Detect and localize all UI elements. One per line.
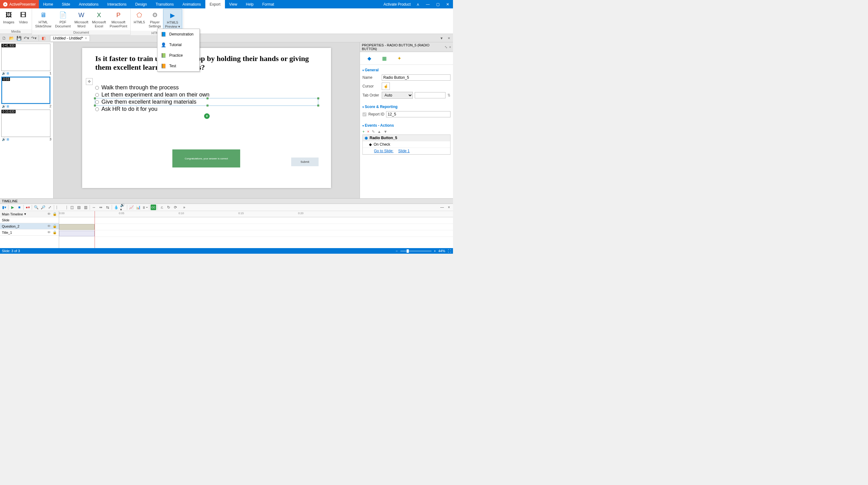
tl-d2-icon[interactable]: 🔊▾ <box>120 204 126 210</box>
tab-format[interactable]: Format <box>258 0 278 8</box>
resize-handle[interactable] <box>207 97 209 99</box>
tab-view[interactable]: View <box>225 0 242 8</box>
ms-word-btn[interactable]: WMicrosoft Word <box>72 9 90 30</box>
interact-tab-icon[interactable]: ✦ <box>396 55 403 62</box>
pdf-doc-btn[interactable]: 📄PDF Document <box>53 9 72 30</box>
lock-icon[interactable]: 🔒 <box>53 212 57 216</box>
canvas-scroll[interactable]: ✥ Is it faster to train users on an app … <box>54 42 360 198</box>
lock-icon[interactable]: 🔒 <box>53 224 57 228</box>
document-tab[interactable]: Untitled - Untitled* × <box>50 35 90 41</box>
reportid-input[interactable] <box>386 111 451 117</box>
event-edit-icon[interactable]: ✎ <box>372 130 375 134</box>
zoom-out-icon[interactable]: − <box>396 249 398 253</box>
ms-excel-btn[interactable]: XMicrosoft Excel <box>90 9 108 30</box>
fit-icon[interactable]: ⛶ <box>448 249 451 253</box>
tl-d1-icon[interactable]: 💧 <box>113 204 119 210</box>
new-icon[interactable]: 🗋 <box>1 35 7 41</box>
document-close-icon[interactable]: × <box>85 36 87 40</box>
tab-design[interactable]: Design <box>131 0 151 8</box>
event-action-target[interactable]: Slide 1 <box>398 149 410 153</box>
tab-animations[interactable]: Animations <box>178 0 205 8</box>
section-events[interactable]: Events - Actions <box>363 122 451 129</box>
panel-menu-icon[interactable]: ▾ <box>439 35 444 41</box>
taborder-select[interactable]: Auto <box>382 92 413 99</box>
tab-transitions[interactable]: Transitions <box>151 0 178 8</box>
tl-b3-icon[interactable]: ◫ <box>69 204 75 210</box>
eye-icon[interactable]: 👁 <box>47 212 51 216</box>
html-slideshow-btn[interactable]: 🖥HTML SlideShow <box>33 9 53 30</box>
eye-icon[interactable]: 👁 <box>47 230 51 234</box>
panel-close-icon[interactable]: × <box>446 35 452 41</box>
html5-preview-btn[interactable]: ▶HTML5 Preview ▾ <box>163 9 182 30</box>
tl-f1-icon[interactable]: ⎌ <box>159 204 164 210</box>
redo-icon[interactable]: ↷▾ <box>31 35 37 41</box>
event-add-icon[interactable]: + <box>363 130 365 134</box>
taborder-number[interactable] <box>415 92 446 98</box>
tl-e2-icon[interactable]: 📊 <box>135 204 141 210</box>
track-header-title_1[interactable]: Title_1👁🔒 <box>0 229 59 236</box>
track-header-question_2[interactable]: Question_2👁🔒 <box>0 223 59 229</box>
tl-zoomin-icon[interactable]: 🔍 <box>33 204 39 210</box>
track-question[interactable] <box>59 224 453 230</box>
cursor-picker[interactable]: ☝ <box>382 83 390 90</box>
submit-button[interactable]: Submit <box>291 158 318 166</box>
event-up-icon[interactable]: ▲ <box>377 130 381 134</box>
tl-b4-icon[interactable]: ▤ <box>76 204 82 210</box>
save-icon[interactable]: 💾 <box>16 35 22 41</box>
close-icon[interactable]: ✕ <box>445 2 451 6</box>
tl-rec-icon[interactable]: ●▾ <box>25 204 30 210</box>
tl-zoomfit-icon[interactable]: ⤢ <box>47 204 53 210</box>
player-settings-btn[interactable]: ⚙Player Settings <box>147 9 163 30</box>
event-trigger-row[interactable]: ◆ On Check <box>363 141 450 148</box>
add-answer-button[interactable]: + <box>204 113 210 119</box>
activate-product-link[interactable]: Activate Product <box>383 2 411 6</box>
event-object-row[interactable]: ◉ Radio Button_5 <box>363 135 450 141</box>
images-btn[interactable]: 🖼Images <box>1 9 16 29</box>
eye-icon[interactable]: 👁 <box>47 224 51 228</box>
tl-c3-icon[interactable]: ⇆ <box>105 204 111 210</box>
maximize-icon[interactable]: ▢ <box>435 2 440 6</box>
event-action-label[interactable]: Go to Slide: <box>374 149 394 153</box>
tl-f3-icon[interactable]: ⟳ <box>173 204 178 210</box>
html5-btn[interactable]: ⬠HTML5 <box>132 9 147 30</box>
tab-slide[interactable]: Slide <box>58 0 75 8</box>
answer-radio-0[interactable] <box>95 86 99 90</box>
tl-f2-icon[interactable]: ↻ <box>166 204 172 210</box>
answer-radio-2[interactable] <box>95 100 99 104</box>
preview-test[interactable]: 📙Test <box>157 61 199 71</box>
track-title[interactable] <box>59 230 453 237</box>
name-input[interactable] <box>382 75 451 81</box>
slide-thumb-3[interactable]: 0:10.633 🔊 ⊞3 <box>1 110 52 141</box>
tl-more-icon[interactable]: » <box>181 204 187 210</box>
tl-e1-icon[interactable]: 📈 <box>128 204 134 210</box>
tl-c2-icon[interactable]: ⇔ <box>98 204 103 210</box>
main-timeline-row[interactable]: Main Timeline ▾ 👁🔒 <box>0 211 59 217</box>
section-general[interactable]: General <box>363 67 451 74</box>
zoom-slider[interactable] <box>400 251 432 252</box>
event-action-row[interactable]: Go to Slide: Slide 1 <box>363 148 450 154</box>
tl-c1-icon[interactable]: ↔ <box>91 204 97 210</box>
tl-b2-icon[interactable]: ⎹ <box>62 204 68 210</box>
video-btn[interactable]: 🎞Video <box>16 9 30 29</box>
resize-handle[interactable] <box>94 97 96 99</box>
tab-interactions[interactable]: Interactions <box>103 0 131 8</box>
panel-close-icon[interactable]: × <box>449 45 451 49</box>
tl-b1-icon[interactable]: ⎸ <box>55 204 61 210</box>
answer-radio-3[interactable] <box>95 107 99 111</box>
tl-e3-icon[interactable]: ⫼▾ <box>142 204 148 210</box>
tab-export[interactable]: Export <box>205 0 225 8</box>
style-tab-icon[interactable]: ◆ <box>366 55 373 62</box>
panel-pin-icon[interactable]: ⤡ <box>444 45 447 49</box>
event-down-icon[interactable]: ▼ <box>383 130 388 134</box>
tab-annotations[interactable]: Annotations <box>74 0 103 8</box>
ms-ppt-btn[interactable]: PMicrosoft PowerPoint <box>107 9 129 30</box>
preview-tutorial[interactable]: 👤Tutorial <box>157 39 199 50</box>
slide-canvas[interactable]: ✥ Is it faster to train users on an app … <box>82 48 331 188</box>
event-del-icon[interactable]: × <box>367 130 369 134</box>
undo-icon[interactable]: ↶▾ <box>24 35 29 41</box>
preview-practice[interactable]: 📗Practice <box>157 50 199 61</box>
help-icon[interactable]: ⋏ <box>415 2 421 6</box>
answer-row-2[interactable]: Give them excellent learning materials <box>95 98 318 106</box>
move-handle-icon[interactable]: ✥ <box>86 78 93 85</box>
answer-row-3[interactable]: Ask HR to do it for you <box>95 106 318 113</box>
